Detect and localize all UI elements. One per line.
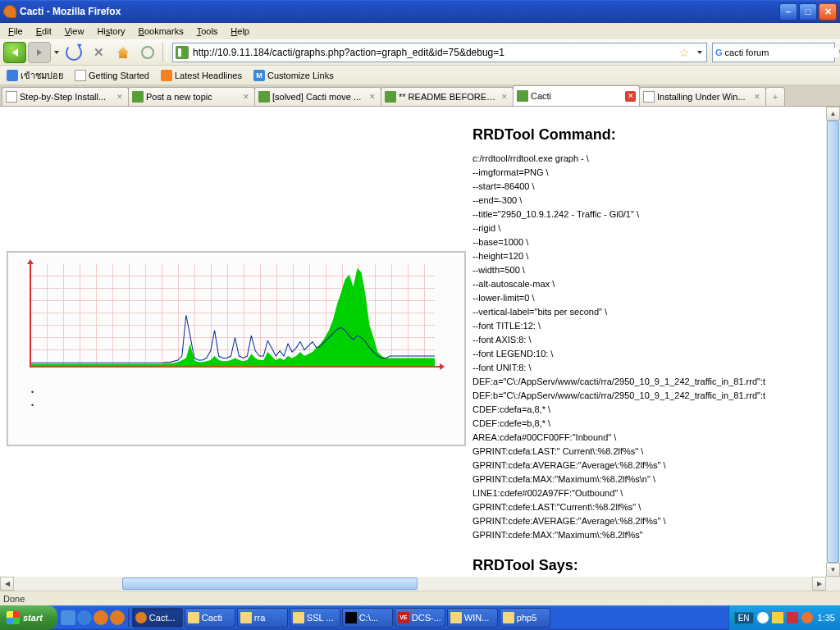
search-bar[interactable]: G 🔍 [712, 43, 835, 62]
chart-legend: •• [15, 377, 458, 412]
task-button[interactable]: WIN... [447, 608, 498, 628]
close-tab-icon[interactable]: ✕ [114, 92, 125, 103]
separator [162, 43, 167, 62]
close-tab-icon[interactable]: ✕ [751, 92, 762, 103]
language-indicator[interactable]: EN [734, 612, 754, 624]
fld-icon [293, 612, 304, 623]
window-title: Cacti - Mozilla Firefox [20, 6, 778, 17]
url-dropdown[interactable] [693, 51, 706, 54]
tab-solved[interactable]: [solved] Cacti move ...✕ [254, 87, 381, 106]
firefox-icon[interactable] [110, 610, 125, 625]
rrd-command-text: c:/rrdtool/rrdtool.exe graph - \--imgfor… [472, 152, 819, 542]
scroll-thumb[interactable] [122, 578, 418, 590]
bookmarks-toolbar: เข้าชมบ่อย Getting Started Latest Headli… [0, 66, 840, 85]
firefox-icon [3, 5, 16, 18]
firefox-icon[interactable] [94, 610, 108, 625]
fld-icon [450, 612, 462, 623]
forward-button[interactable] [28, 42, 51, 63]
folder-icon [7, 70, 18, 81]
close-tab-icon[interactable]: ✕ [499, 92, 509, 103]
search-input[interactable] [725, 48, 838, 57]
menu-file[interactable]: File [3, 25, 28, 38]
menu-bar: File Edit View History Bookmarks Tools H… [0, 23, 840, 39]
bookmark-customize-links[interactable]: MCustomize Links [250, 68, 337, 83]
scroll-track[interactable] [826, 121, 840, 563]
cmd-icon [345, 612, 357, 623]
browser-viewport: •• RRDTool Command: c:/rrdtool/rrdtool.e… [0, 107, 840, 591]
scroll-left-button[interactable]: ◀ [0, 577, 14, 591]
tab-cacti[interactable]: Cacti✕ [513, 85, 640, 106]
tray-icon[interactable] [757, 612, 769, 623]
page-icon [6, 91, 17, 103]
task-button[interactable]: SSL ... [290, 608, 340, 628]
task-button[interactable]: rra [237, 608, 288, 628]
menu-tools[interactable]: Tools [192, 25, 223, 38]
menu-edit[interactable]: Edit [31, 25, 57, 38]
addon-icon: M [253, 70, 265, 81]
status-bar: Done [0, 591, 840, 605]
task-button[interactable]: C:\... [342, 608, 393, 628]
tray-icon[interactable] [801, 612, 813, 623]
show-desktop-icon[interactable] [61, 610, 75, 625]
scroll-right-button[interactable]: ▶ [812, 577, 826, 591]
cacti-icon [258, 91, 270, 103]
windows-taskbar: start Cact...CactirraSSL ...C:\...VEDCS-… [0, 605, 840, 630]
scroll-thumb[interactable] [827, 121, 839, 563]
ie-icon[interactable] [77, 610, 92, 625]
tab-post-topic[interactable]: Post a new topic✕ [128, 87, 255, 106]
task-button[interactable]: php5 [500, 608, 550, 628]
windows-flag-icon [7, 611, 20, 624]
tab-readme[interactable]: ** README BEFORE ...✕ [381, 87, 514, 106]
reload-button[interactable] [66, 44, 82, 61]
stop-button[interactable]: ✕ [90, 44, 107, 61]
scroll-down-button[interactable]: ▼ [826, 563, 840, 577]
menu-help[interactable]: Help [226, 25, 254, 38]
page-icon [643, 91, 655, 103]
new-tab-button[interactable]: + [765, 87, 785, 106]
home-button[interactable] [115, 44, 131, 61]
fld-icon [240, 612, 252, 623]
bookmark-most-visited[interactable]: เข้าชมบ่อย [3, 66, 66, 84]
system-tray: EN 1:35 [728, 605, 840, 630]
task-button[interactable]: Cacti [185, 608, 235, 628]
close-tab-icon[interactable]: ✕ [625, 91, 636, 102]
url-bar[interactable]: ☆ [172, 43, 707, 62]
bookmark-getting-started[interactable]: Getting Started [71, 68, 153, 83]
menu-history[interactable]: History [92, 25, 130, 38]
scroll-up-button[interactable]: ▲ [826, 107, 840, 121]
ff-icon [135, 612, 147, 623]
back-button[interactable] [3, 42, 26, 63]
rrd-command-heading: RRDTool Command: [472, 126, 819, 144]
dcs-icon: VE [398, 612, 409, 623]
downloads-button[interactable] [139, 44, 156, 61]
fld-icon [188, 612, 199, 623]
minimize-button[interactable]: – [779, 3, 797, 21]
window-titlebar: Cacti - Mozilla Firefox – □ ✕ [0, 0, 840, 23]
clock[interactable]: 1:35 [818, 613, 835, 623]
vertical-scrollbar[interactable]: ▲ ▼ [826, 107, 840, 577]
task-button[interactable]: Cact... [132, 608, 183, 628]
task-button[interactable]: VEDCS-... [395, 608, 445, 628]
tab-install[interactable]: Step-by-Step Install...✕ [2, 87, 129, 106]
history-dropdown[interactable] [52, 42, 61, 63]
cacti-icon [132, 91, 144, 103]
close-tab-icon[interactable]: ✕ [240, 92, 251, 103]
close-button[interactable]: ✕ [819, 3, 837, 21]
bookmark-latest-headlines[interactable]: Latest Headlines [158, 68, 245, 83]
tray-icon[interactable] [772, 612, 783, 623]
start-button[interactable]: start [0, 605, 57, 630]
horizontal-scrollbar[interactable]: ◀ ▶ [0, 577, 826, 591]
menu-bookmarks[interactable]: Bookmarks [134, 25, 189, 38]
scroll-track[interactable] [14, 577, 812, 591]
tray-icon[interactable] [787, 612, 798, 623]
close-tab-icon[interactable]: ✕ [367, 92, 377, 103]
maximize-button[interactable]: □ [799, 3, 817, 21]
tab-bar: Step-by-Step Install...✕ Post a new topi… [0, 85, 840, 107]
tab-installing-win[interactable]: Installing Under Win...✕ [639, 87, 766, 106]
menu-view[interactable]: View [60, 25, 89, 38]
url-input[interactable] [191, 44, 676, 61]
bookmark-star-icon[interactable]: ☆ [676, 46, 693, 59]
rrd-says-heading: RRDTool Says: [472, 557, 819, 574]
rss-icon [161, 70, 172, 81]
traffic-chart [15, 262, 441, 377]
